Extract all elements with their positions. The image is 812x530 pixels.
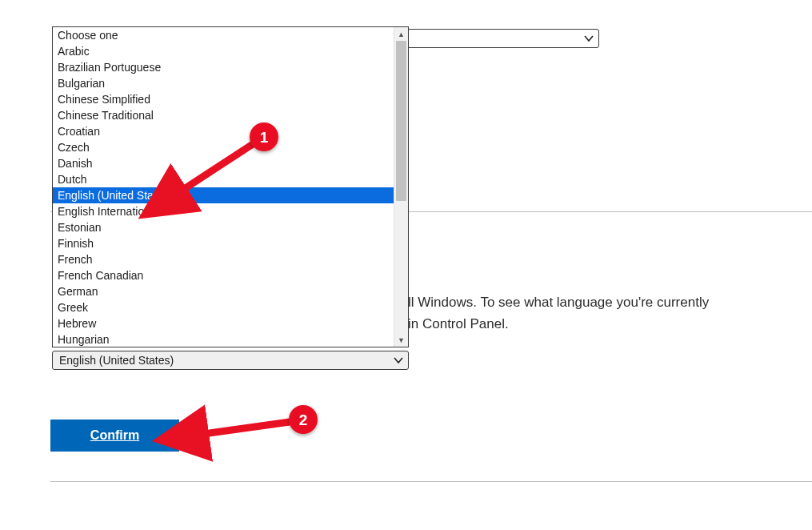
language-option[interactable]: Finnish	[53, 235, 394, 251]
language-option[interactable]: Greek	[53, 299, 394, 315]
language-option[interactable]: Bulgarian	[53, 75, 394, 91]
language-option[interactable]: Chinese Traditional	[53, 107, 394, 123]
language-option[interactable]: French Canadian	[53, 267, 394, 283]
language-option[interactable]: French	[53, 251, 394, 267]
language-select-listbox[interactable]: Choose oneArabicBrazilian PortugueseBulg…	[53, 27, 394, 347]
annotation-arrow-2	[203, 422, 290, 434]
language-select-value: English (United States)	[59, 354, 174, 367]
language-option[interactable]: Danish	[53, 155, 394, 171]
body-text: ll Windows. To see what language you're …	[408, 291, 744, 335]
language-option[interactable]: Hebrew	[53, 315, 394, 331]
body-text-line2: in Control Panel.	[408, 316, 509, 331]
language-option[interactable]: Czech	[53, 139, 394, 155]
scroll-down-icon[interactable]: ▼	[394, 333, 408, 347]
confirm-button-label: Confirm	[90, 428, 139, 443]
chevron-down-icon	[394, 355, 403, 365]
language-option[interactable]: Dutch	[53, 171, 394, 187]
annotation-badge-2-label: 2	[299, 412, 308, 428]
language-option[interactable]: Chinese Simplified	[53, 91, 394, 107]
chevron-down-icon	[584, 34, 594, 43]
scroll-up-icon[interactable]: ▲	[394, 27, 408, 41]
language-option[interactable]: Hungarian	[53, 331, 394, 347]
scrollbar[interactable]: ▲ ▼	[394, 27, 408, 347]
language-option[interactable]: Choose one	[53, 27, 394, 43]
language-select-closed[interactable]: English (United States)	[52, 351, 409, 370]
language-option[interactable]: Brazilian Portuguese	[53, 59, 394, 75]
body-text-line1: ll Windows. To see what language you're …	[408, 295, 709, 310]
scroll-thumb[interactable]	[396, 41, 406, 201]
language-select-open[interactable]: Choose oneArabicBrazilian PortugueseBulg…	[52, 26, 409, 347]
language-option[interactable]: German	[53, 283, 394, 299]
language-option[interactable]: Croatian	[53, 123, 394, 139]
annotation-badge-2	[289, 405, 318, 434]
language-option[interactable]: Arabic	[53, 43, 394, 59]
language-option[interactable]: English (United States)	[53, 187, 394, 203]
language-option[interactable]: Estonian	[53, 219, 394, 235]
language-option[interactable]: English International	[53, 203, 394, 219]
divider-lower	[50, 481, 812, 482]
confirm-button[interactable]: Confirm	[50, 420, 179, 452]
